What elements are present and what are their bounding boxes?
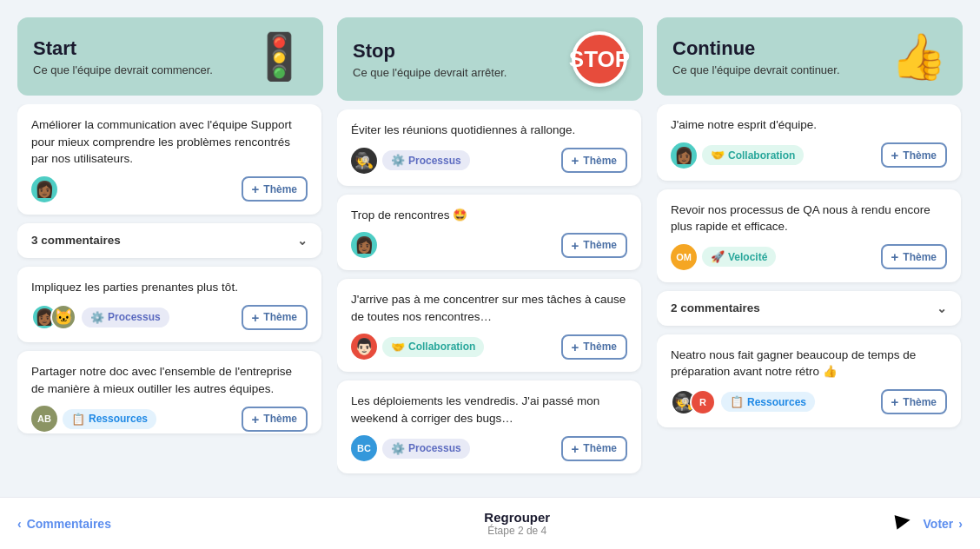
tag-label: Collaboration (408, 341, 475, 353)
tag-processus[interactable]: ⚙️ Processus (82, 308, 169, 327)
columns-container: Start Ce que l'équipe devrait commencer.… (17, 17, 963, 488)
avatar: 🕵️ (351, 148, 377, 174)
add-theme-button[interactable]: + Thème (561, 334, 627, 360)
card-text: Revoir nos processus de QA nous à rendu … (671, 202, 947, 235)
add-theme-button[interactable]: + Thème (561, 436, 627, 461)
chevron-left-icon: ‹ (17, 517, 22, 531)
avatar: BC (351, 435, 377, 461)
bottom-nav: ‹ Commentaires Regrouper Étape 2 de 4 Vo… (0, 497, 980, 549)
add-theme-button[interactable]: + Thème (242, 305, 308, 330)
avatar: 👩🏾 (31, 176, 57, 202)
card-text: J'arrive pas à me concentrer sur mes tâc… (351, 291, 627, 325)
card-footer: 👩🏾🐱 ⚙️ Processus + Thème (31, 304, 308, 330)
theme-label: Thème (903, 251, 937, 263)
card-footer-left: 👨🏻 🤝 Collaboration (351, 334, 484, 360)
tag-label: Processus (408, 155, 461, 167)
column-subtitle-stop: Ce que l'équipe devrait arrêter. (353, 66, 507, 79)
tag-icon: 📋 (730, 395, 744, 408)
avatar: OM (671, 244, 697, 270)
back-button[interactable]: ‹ Commentaires (17, 517, 111, 531)
tag-icon: 🤝 (391, 341, 405, 354)
tag-collaboration[interactable]: 🤝 Collaboration (702, 145, 804, 165)
card-text: Partager notre doc avec l'ensemble de l'… (31, 363, 308, 397)
column-header-text-continue: Continue Ce que l'équipe devrait continu… (672, 37, 840, 76)
card: Partager notre doc avec l'ensemble de l'… (17, 351, 321, 433)
avatar: R (690, 389, 716, 415)
card-text: Neatro nous fait gagner beaucoup de temp… (671, 347, 947, 380)
tag-ressources[interactable]: 📋 Ressources (721, 392, 815, 412)
card-footer: 👩🏾 + Thème (31, 176, 308, 202)
card: Revoir nos processus de QA nous à rendu … (657, 189, 961, 282)
theme-label: Thème (263, 183, 297, 195)
theme-label: Thème (583, 341, 617, 353)
column-title-stop: Stop (353, 40, 507, 63)
card-footer-left: 👩🏾🐱 ⚙️ Processus (31, 304, 169, 330)
add-theme-button[interactable]: + Thème (881, 244, 947, 269)
theme-label: Thème (903, 396, 937, 408)
add-theme-button[interactable]: + Thème (242, 176, 308, 202)
tag-label: Ressources (89, 413, 148, 425)
add-theme-button[interactable]: + Thème (881, 389, 947, 414)
forward-button[interactable]: Voter › (924, 517, 963, 531)
chevron-down-icon: ⌄ (297, 234, 308, 248)
plus-icon: + (252, 310, 260, 325)
card-footer: 👩🏾 + Thème (351, 232, 627, 258)
card-footer: OM 🚀 Velocité + Thème (671, 244, 947, 270)
tag-velocite[interactable]: 🚀 Velocité (702, 247, 776, 267)
column-title-continue: Continue (672, 37, 840, 60)
plus-icon: + (891, 394, 899, 409)
card-footer: BC ⚙️ Processus + Thème (351, 435, 627, 461)
tag-processus[interactable]: ⚙️ Processus (382, 439, 470, 459)
column-header-stop: Stop Ce que l'équipe devrait arrêter. ST… (337, 17, 643, 101)
comments-toggle[interactable]: 3 commentaires ⌄ (17, 223, 321, 258)
column-header-start: Start Ce que l'équipe devrait commencer.… (17, 17, 323, 96)
avatar: 👨🏻 (351, 334, 377, 360)
tag-label: Ressources (747, 396, 806, 408)
card-footer-left: BC ⚙️ Processus (351, 435, 470, 461)
tag-processus[interactable]: ⚙️ Processus (382, 150, 470, 170)
card: Éviter les réunions quotidiennes à rallo… (337, 109, 641, 186)
card-footer: 🕵️ ⚙️ Processus + Thème (351, 148, 627, 174)
card-footer-left: 👩🏾 🤝 Collaboration (671, 142, 804, 169)
comments-label: 3 commentaires (31, 234, 121, 247)
avatar: 🐱 (50, 304, 76, 330)
column-header-continue: Continue Ce que l'équipe devrait continu… (657, 17, 963, 96)
comments-label: 2 commentaires (671, 301, 760, 314)
card: Trop de rencontres 🤩 👩🏾 + Thème (337, 195, 641, 271)
card-text: Améliorer la communication avec l'équipe… (31, 116, 308, 168)
theme-label: Thème (263, 413, 297, 425)
avatar: 👩🏾 (351, 232, 377, 258)
plus-icon: + (572, 238, 579, 253)
add-theme-button[interactable]: + Thème (881, 142, 947, 168)
comments-toggle[interactable]: 2 commentaires ⌄ (657, 291, 961, 326)
card-footer-left: 👩🏾 (351, 232, 377, 258)
column-header-text-stop: Stop Ce que l'équipe devrait arrêter. (353, 40, 507, 79)
nav-center-sub: Étape 2 de 4 (484, 525, 550, 537)
tag-label: Velocité (728, 251, 767, 263)
tag-icon: 📋 (71, 413, 85, 426)
tag-icon: ⚙️ (90, 311, 104, 324)
card-text: Impliquez les parties prenantes plus tôt… (31, 279, 308, 296)
theme-label: Thème (583, 239, 617, 251)
plus-icon: + (252, 412, 260, 427)
add-theme-button[interactable]: + Thème (561, 233, 627, 258)
column-continue: Continue Ce que l'équipe devrait continu… (657, 17, 963, 488)
column-subtitle-continue: Ce que l'équipe devrait continuer. (672, 63, 840, 76)
cards-container-stop: Éviter les réunions quotidiennes à rallo… (337, 109, 643, 488)
column-start: Start Ce que l'équipe devrait commencer.… (17, 17, 323, 488)
add-theme-button[interactable]: + Thème (561, 148, 627, 173)
card: Améliorer la communication avec l'équipe… (17, 104, 321, 215)
chevron-down-icon: ⌄ (937, 301, 947, 315)
theme-label: Thème (583, 155, 617, 167)
tag-ressources[interactable]: 📋 Ressources (63, 409, 156, 429)
avatar-stack: 🕵️R (671, 389, 716, 415)
tag-collaboration[interactable]: 🤝 Collaboration (382, 337, 484, 357)
add-theme-button[interactable]: + Thème (242, 407, 308, 432)
column-stop: Stop Ce que l'équipe devrait arrêter. ST… (337, 17, 643, 488)
tag-icon: 🤝 (711, 149, 725, 162)
cards-container-start: Améliorer la communication avec l'équipe… (17, 104, 323, 488)
tag-icon: ⚙️ (391, 442, 405, 455)
tag-label: Processus (408, 442, 461, 454)
card-footer-left: AB 📋 Ressources (31, 406, 156, 432)
card-footer-left: 🕵️ ⚙️ Processus (351, 148, 470, 174)
